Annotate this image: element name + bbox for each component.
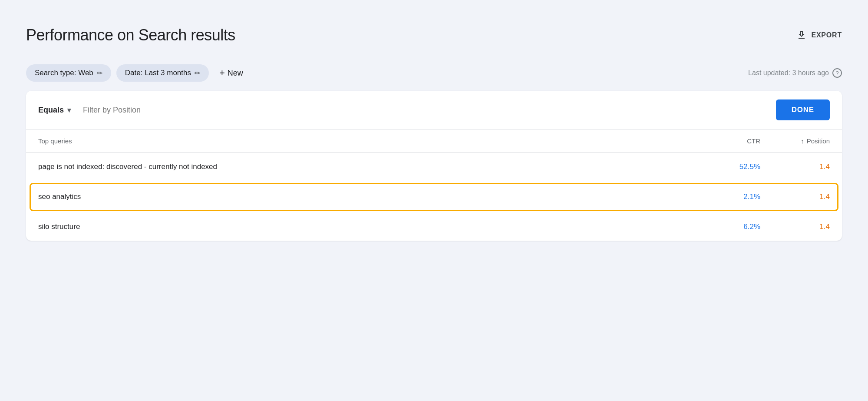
plus-icon: + (219, 67, 225, 79)
table-row[interactable]: silo structure 6.2% 1.4 (26, 213, 842, 241)
last-updated-text: Last updated: 3 hours ago (748, 69, 829, 77)
row-ctr: 2.1% (708, 192, 760, 201)
page-title: Performance on Search results (26, 26, 235, 44)
row-position: 1.4 (760, 192, 830, 201)
row-ctr: 52.5% (708, 162, 760, 171)
row-query: silo structure (38, 222, 708, 231)
row-position: 1.4 (760, 222, 830, 231)
date-chip[interactable]: Date: Last 3 months ✏ (116, 64, 209, 82)
help-icon[interactable]: ? (832, 68, 842, 78)
equals-label: Equals (38, 106, 64, 115)
table-row[interactable]: page is not indexed: discovered - curren… (26, 153, 842, 181)
export-icon (796, 30, 807, 40)
table-body: page is not indexed: discovered - curren… (26, 153, 842, 241)
row-query: seo analytics (38, 192, 708, 201)
filter-row: Equals ▾ DONE (26, 91, 842, 129)
search-type-label: Search type: Web (35, 69, 93, 77)
col-position-label: Position (807, 137, 830, 145)
filter-input-container (78, 106, 769, 115)
col-queries-header: Top queries (38, 137, 708, 145)
chevron-down-icon: ▾ (67, 106, 71, 114)
table-header: Top queries CTR ↑ Position (26, 129, 842, 153)
row-position: 1.4 (760, 162, 830, 171)
date-edit-icon: ✏ (195, 69, 200, 77)
date-label: Date: Last 3 months (125, 69, 191, 77)
export-label: EXPORT (811, 31, 842, 39)
content-card: Equals ▾ DONE Top queries CTR ↑ Position… (26, 91, 842, 241)
new-filter-button[interactable]: + New (214, 64, 248, 82)
filter-by-position-input[interactable] (83, 106, 764, 115)
col-position-header: ↑ Position (760, 137, 830, 145)
search-type-edit-icon: ✏ (97, 69, 102, 77)
col-ctr-header: CTR (708, 137, 760, 145)
header: Performance on Search results EXPORT (26, 17, 842, 55)
sort-up-icon: ↑ (801, 137, 804, 145)
export-button[interactable]: EXPORT (796, 30, 842, 40)
last-updated: Last updated: 3 hours ago ? (748, 68, 842, 78)
new-label: New (228, 69, 243, 78)
equals-dropdown[interactable]: Equals ▾ (38, 106, 71, 115)
row-query: page is not indexed: discovered - curren… (38, 162, 708, 171)
search-type-chip[interactable]: Search type: Web ✏ (26, 64, 111, 82)
table-row[interactable]: seo analytics 2.1% 1.4 (30, 183, 838, 211)
done-button[interactable]: DONE (776, 99, 830, 120)
filter-bar: Search type: Web ✏ Date: Last 3 months ✏… (26, 55, 842, 91)
row-ctr: 6.2% (708, 222, 760, 231)
done-label: DONE (792, 106, 814, 114)
page-container: Performance on Search results EXPORT Sea… (26, 17, 842, 241)
